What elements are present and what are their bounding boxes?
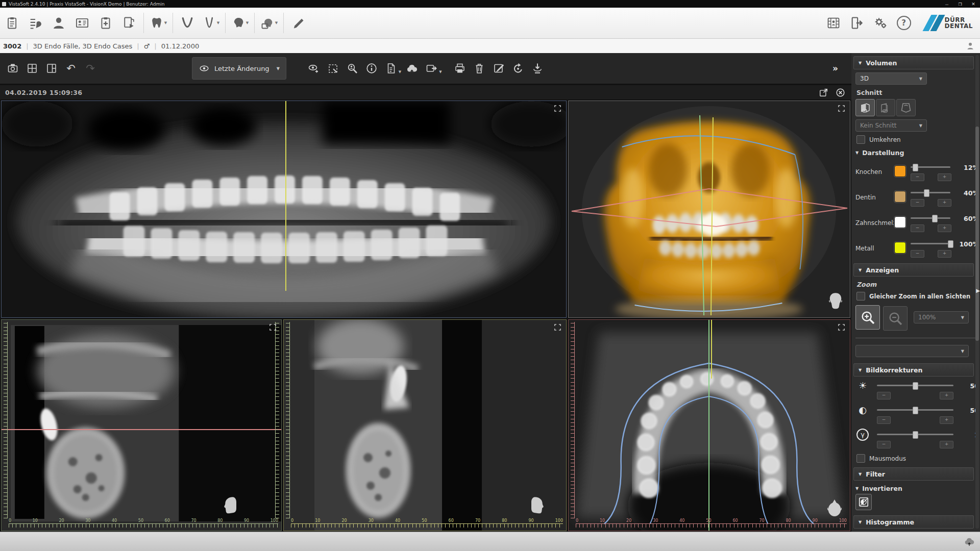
layout-dropdown-disabled[interactable]: ▼ [855,345,969,357]
scrollbar-thumb[interactable] [975,127,979,341]
brightness-slider[interactable] [877,385,953,386]
patient-card-button[interactable] [71,11,93,35]
undo-button[interactable]: ↶ [61,58,81,79]
status-notification-icon[interactable] [964,536,975,547]
close-button[interactable] [967,2,980,7]
increase-button[interactable]: + [940,416,953,424]
checkbox-box[interactable] [856,135,865,144]
checkbox-box[interactable] [856,454,865,463]
schnitt-dropdown[interactable]: Kein Schnitt ▼ [855,119,927,132]
checkbox-box[interactable] [856,292,865,300]
acquire-image-button[interactable] [3,58,22,79]
slice-mode-front-button[interactable] [855,99,875,116]
slider-thumb[interactable] [924,189,929,197]
print-button[interactable] [450,58,470,79]
viewport-panorama[interactable] [1,101,567,318]
increase-button[interactable]: + [938,199,951,207]
increase-button[interactable]: + [938,250,951,258]
slice-mode-clip-button[interactable] [896,99,916,116]
fullscreen-icon[interactable] [837,104,846,113]
opacity-slider[interactable] [911,243,950,244]
select-region-button[interactable] [323,58,342,79]
increase-button[interactable]: + [938,224,951,232]
settings-button[interactable] [869,11,892,35]
viewport-3d-volume[interactable] [568,101,850,318]
panel-expander-arrow[interactable]: ▶ [976,288,980,293]
decrease-button[interactable]: − [911,173,924,181]
patient-name[interactable]: 3D Endo Fälle, 3D Endo Cases [33,42,133,50]
section-header-volumen[interactable]: ▼ Volumen [853,56,974,69]
volume-3d-rendering[interactable] [569,101,850,317]
viewport-sagittal[interactable]: 0102030405060708090100 [1,319,282,531]
increase-button[interactable]: + [938,173,951,181]
data-exchange-button[interactable] [118,11,140,35]
media-gallery-button[interactable] [822,11,845,35]
panoramic-xray-image[interactable] [2,101,566,317]
slider-thumb[interactable] [948,240,953,248]
invert-button[interactable] [855,494,872,510]
rotate-button[interactable] [508,58,528,79]
delete-button[interactable] [470,58,489,79]
viewport-coronal[interactable]: 0102030405060708090100 [283,319,567,531]
increase-button[interactable]: + [940,441,953,448]
zoom-percent-dropdown[interactable]: 100% ▼ [914,311,969,323]
import-button[interactable] [528,58,547,79]
volume-mode-dropdown[interactable]: 3D ▼ [855,72,927,85]
decrease-button[interactable]: − [877,416,891,424]
decrease-button[interactable]: − [877,392,891,399]
section-header-bildkorrekturen[interactable]: ▼ Bildkorrekturen [853,363,974,377]
decrease-button[interactable]: − [877,441,891,448]
export-view-button[interactable] [422,58,441,79]
contrast-slider[interactable] [877,409,953,411]
worklist-button[interactable] [1,11,23,35]
zoom-in-button[interactable] [855,305,880,330]
slider-thumb[interactable] [913,164,918,171]
same-zoom-checkbox[interactable]: Gleicher Zoom in allen Sichten [856,292,970,300]
jaw-arch-narrow-button[interactable]: ▼ [200,11,222,35]
section-header-invertieren[interactable]: ▼ Invertieren [855,485,902,492]
draw-pen-button[interactable] [287,11,309,35]
gamma-slider[interactable] [877,434,953,435]
increase-button[interactable]: + [940,392,953,399]
ceph-jaw-button[interactable]: ▼ [258,11,280,35]
opacity-slider[interactable] [911,192,950,193]
fullscreen-icon[interactable] [837,323,846,332]
info-button[interactable] [362,58,381,79]
logout-button[interactable] [846,11,868,35]
layout-grid-button[interactable] [22,58,42,79]
zoom-out-button[interactable] [883,306,908,331]
umkehren-checkbox[interactable]: Umkehren [856,135,901,144]
last-change-dropdown[interactable]: Letzte Änderung ▼ [192,57,286,80]
slider-thumb[interactable] [913,407,918,414]
redo-button[interactable]: ↷ [81,58,100,79]
external-link-icon[interactable] [819,88,828,97]
layout-split-button[interactable] [42,58,61,79]
decrease-button[interactable]: − [911,224,924,232]
job-list-button[interactable] [24,11,46,35]
maximize-button[interactable] [953,2,967,7]
close-circle-icon[interactable] [836,88,845,97]
coronal-slice-image[interactable] [284,320,566,531]
toolbar-overflow-button[interactable]: » [832,63,838,73]
decrease-button[interactable]: − [911,199,924,207]
section-header-histogramme[interactable]: ▼ Histogramme [853,515,974,529]
report-button[interactable] [381,58,401,79]
color-swatch[interactable] [894,242,906,254]
section-header-anzeigen[interactable]: ▼ Anzeigen [853,263,974,277]
color-swatch[interactable] [894,216,906,228]
minimize-button[interactable] [940,2,953,7]
color-swatch[interactable] [894,165,906,177]
fullscreen-icon[interactable] [553,323,562,332]
slice-mode-half-button[interactable] [876,99,895,116]
help-button[interactable]: ? [893,11,915,35]
section-header-filter[interactable]: ▼ Filter [853,467,974,481]
decrease-button[interactable]: − [911,250,924,258]
fullscreen-icon[interactable] [268,323,277,332]
viewport-axial[interactable]: 0102030405060708090100 [568,319,850,531]
jaw-arch-button[interactable] [176,11,199,35]
slider-thumb[interactable] [932,215,938,222]
opacity-slider[interactable] [911,166,950,168]
fullscreen-icon[interactable] [553,104,562,113]
section-header-darstellung[interactable]: ▼ Darstellung [855,149,904,157]
cloud-upload-button[interactable] [402,58,422,79]
